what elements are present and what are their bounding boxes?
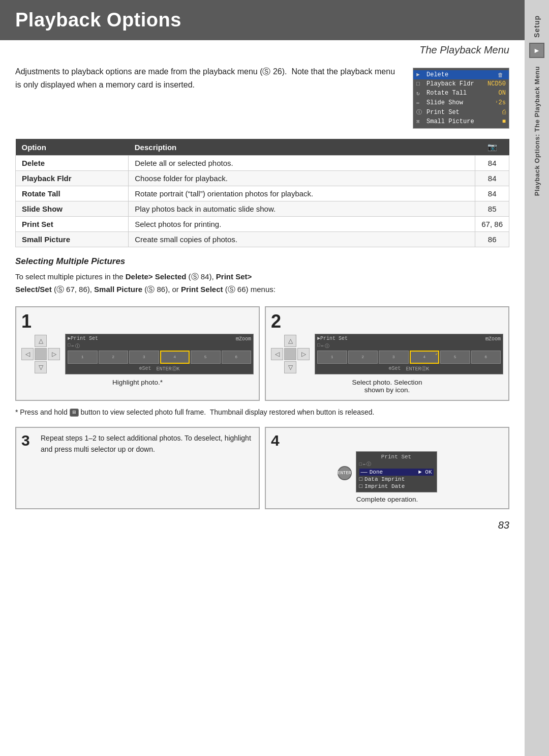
col-description: Description — [129, 139, 475, 156]
screen-4-title: Print Set — [359, 454, 434, 460]
thumb-4b: ✔ 4 — [410, 351, 440, 364]
dpad-center-2 — [284, 348, 296, 360]
dpad-empty — [297, 335, 310, 347]
option-page: 67, 86 — [475, 217, 509, 232]
dpad-empty — [271, 361, 283, 373]
camera-screen-4: Print Set □ ✏ Ⓘ —— Done ► OK □ Data Impr… — [356, 451, 437, 492]
camera-menu-row: Ⓘ Print Set ⎙ — [413, 107, 509, 117]
table-row: Delete Delete all or selected photos. 84 — [16, 156, 509, 171]
step-3-text: Repeat steps 1–2 to select additional ph… — [41, 433, 254, 455]
step-2-box: 2 △ ◁ ▷ ▽ — [265, 306, 509, 401]
thumb-3b: 3 — [379, 351, 409, 364]
screen-grid: 1 2 3 4 5 6 — [68, 351, 251, 364]
page-number: 83 — [0, 514, 525, 531]
screen-4-row-done: —— Done ► OK — [359, 469, 434, 476]
menu-row-icon: ⌘ — [416, 119, 424, 125]
col-page: 📷 — [475, 139, 509, 156]
screen-icons-2: □ ✏ Ⓘ — [317, 343, 501, 350]
dpad-empty — [21, 361, 34, 373]
camera-menu-row: □ Playback Fldr NCD50 — [413, 79, 509, 89]
screen-icon-1: □ — [68, 343, 70, 350]
menu-row-value: ON — [499, 90, 506, 97]
menu-row-icon: ✏ — [416, 99, 424, 106]
done-value: ► OK — [418, 469, 432, 475]
screen-icon-3: Ⓘ — [75, 343, 80, 350]
screen-icon-2b: ✏ — [321, 343, 323, 350]
sidebar-playback-label: Playback Options: The Playback Menu — [533, 66, 541, 196]
screen-footer: ⊕Set ENTERⓄK — [68, 365, 251, 372]
screen-icon-pen: ✏ — [363, 461, 365, 467]
screen-4-row-date: □ Imprint Date — [359, 483, 434, 490]
table-row: Rotate Tall Rotate portrait (“tall”) ori… — [16, 186, 509, 201]
screen-icon-1b: □ — [317, 343, 320, 350]
dpad-2: △ ◁ ▷ ▽ — [271, 335, 310, 373]
screen-grid-2: 1 2 3 ✔ 4 5 6 — [317, 351, 501, 364]
dpad-left-2: ◁ — [271, 348, 283, 360]
camera-menu-row: ✏ Slide Show ˒2s — [413, 98, 509, 107]
step-2-number: 2 — [271, 312, 281, 331]
option-name: Slide Show — [16, 201, 129, 217]
screen-icons: □ ✏ Ⓘ — [68, 343, 251, 350]
menu-row-label: Playback Fldr — [426, 80, 485, 88]
screen-label-2: ►Print Set — [317, 336, 348, 342]
col-option: Option — [16, 139, 129, 156]
option-page: 86 — [475, 232, 509, 247]
bottom-steps-grid: 3 Repeat steps 1–2 to select additional … — [0, 423, 525, 514]
thumb-6: 6 — [222, 351, 252, 364]
option-page: 84 — [475, 156, 509, 171]
options-table: Option Description 📷 Delete Delete all o… — [15, 139, 509, 247]
menu-delete-icon: 🗑 — [498, 72, 506, 78]
dpad-empty — [297, 361, 310, 373]
section-subtitle: The Playback Menu — [0, 40, 525, 56]
select-icon: ✔ — [436, 352, 438, 356]
camera-screen-1: ►Print Set ⊞Zoom □ ✏ Ⓘ 1 2 3 4 — [65, 334, 254, 374]
table-row: Playback Fldr Choose folder for playback… — [16, 171, 509, 186]
dpad-container: △ ◁ ▷ ▽ — [21, 335, 60, 373]
dpad-container-2: △ ◁ ▷ ▽ — [271, 335, 310, 373]
sidebar-setup-label: Setup — [533, 15, 541, 38]
selecting-title: Selecting Multiple Pictures — [15, 256, 509, 267]
footer-set: ⊕Set — [139, 365, 151, 372]
screen-icon-print: Ⓘ — [367, 461, 371, 468]
dpad-center — [35, 348, 47, 360]
screen-4-row-data: □ Data Imprint — [359, 476, 434, 483]
step-4-inner: ENTER Print Set □ ✏ Ⓘ —— Done ► OK □ — [338, 451, 437, 492]
selecting-section: Selecting Multiple Pictures To select mu… — [0, 252, 525, 301]
screen-icon-3b: Ⓘ — [325, 343, 329, 350]
options-table-wrapper: Option Description 📷 Delete Delete all o… — [0, 134, 525, 252]
intro-section: Adjustments to playback options are made… — [0, 56, 525, 134]
footer-ok-2: ENTERⓄK — [406, 365, 430, 372]
dpad: △ ◁ ▷ ▽ — [21, 335, 60, 373]
thumb-5b: 5 — [440, 351, 470, 364]
menu-row-label: Print Set — [426, 109, 500, 116]
selecting-text: To select multiple pictures in the Delet… — [15, 271, 509, 296]
screen-icon-2: ✏ — [71, 343, 74, 350]
enter-button: ENTER — [338, 466, 352, 480]
screen-icon-cam: □ — [359, 462, 362, 467]
option-description: Delete all or selected photos. — [129, 156, 475, 171]
camera-menu-row: ↻ Rotate Tall ON — [413, 89, 509, 98]
step-1-box: 1 △ ◁ ▷ ▽ — [15, 306, 260, 401]
table-row: Slide Show Play photos back in automatic… — [16, 201, 509, 217]
camera-menu-box: ► Delete 🗑 □ Playback Fldr NCD50 ↻ Rotat… — [413, 68, 509, 129]
dpad-up: △ — [35, 335, 47, 347]
menu-row-label: Rotate Tall — [426, 90, 497, 97]
step-2-caption: Select photo. Selectionshown by icon. — [352, 379, 422, 394]
option-description: Rotate portrait (“tall”) orientation pho… — [129, 186, 475, 201]
thumb-2b: 2 — [348, 351, 378, 364]
menu-row-value: ⎙ — [502, 109, 506, 116]
data-imprint-label: Data Imprint — [364, 476, 405, 482]
screen-4-icons: □ ✏ Ⓘ — [359, 461, 434, 468]
option-description: Select photos for printing. — [129, 217, 475, 232]
menu-row-label: Small Picture — [426, 118, 500, 125]
option-page: 85 — [475, 201, 509, 217]
step-1-inner: △ ◁ ▷ ▽ ►Print Set ⊞Zoom — [21, 334, 254, 374]
dpad-empty — [48, 335, 60, 347]
option-name: Delete — [16, 156, 129, 171]
thumb-1b: 1 — [317, 351, 347, 364]
thumb-6b: 6 — [471, 351, 501, 364]
menu-row-icon: ↻ — [416, 90, 424, 97]
camera-menu-row: ► Delete 🗑 — [413, 70, 509, 79]
dpad-right: ▷ — [48, 348, 60, 360]
option-page: 84 — [475, 186, 509, 201]
